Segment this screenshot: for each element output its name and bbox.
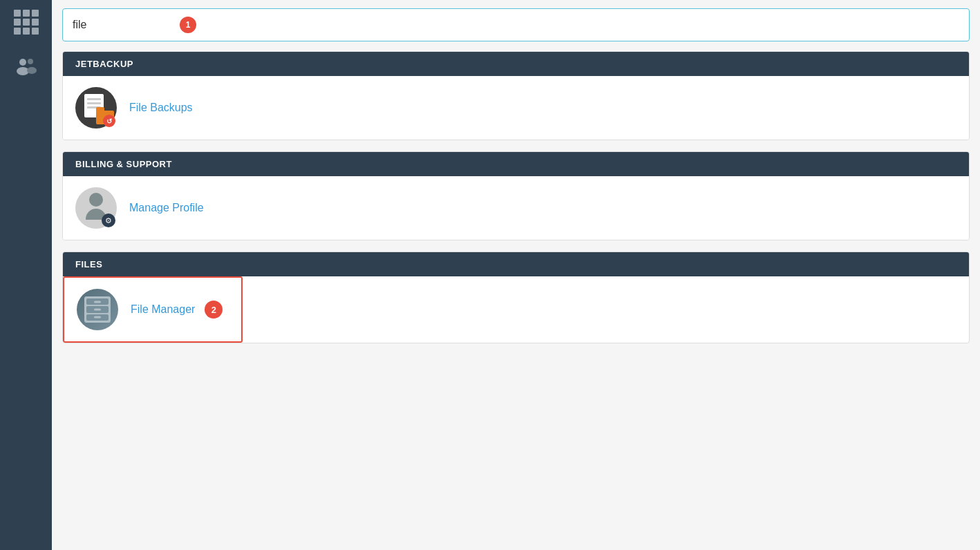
section-header-jetbackup: JETBACKUP	[63, 52, 969, 76]
svg-point-0	[19, 59, 26, 66]
cabinet-icon	[84, 296, 111, 323]
section-billing-support: BILLING & SUPPORT ⚙ Manage Profile	[62, 151, 970, 240]
file-manager-icon	[77, 289, 118, 330]
file-backups-icon: ↺	[75, 87, 117, 129]
users-icon[interactable]	[11, 51, 41, 82]
sidebar	[0, 0, 52, 550]
file-backups-label: File Backups	[129, 102, 193, 114]
file-manager-badge: 2	[205, 301, 223, 319]
person-head	[89, 193, 103, 207]
section-jetbackup: JETBACKUP ↺ File Backups	[62, 51, 970, 140]
cabinet-drawer-3	[86, 314, 109, 321]
gear-badge: ⚙	[102, 214, 115, 227]
search-result-badge: 1	[180, 17, 196, 33]
grid-icon[interactable]	[11, 7, 41, 37]
cabinet-drawer-2	[86, 306, 109, 312]
section-header-files: FILES	[63, 252, 969, 276]
search-container: file 1	[62, 8, 970, 41]
manage-profile-item[interactable]: ⚙ Manage Profile	[63, 176, 969, 240]
users-svg	[14, 54, 39, 79]
file-manager-label: File Manager	[131, 303, 195, 316]
main-content: file 1 JETBACKUP ↺ File Backups BILLING …	[52, 0, 980, 550]
grid-icon-inner	[14, 10, 39, 35]
cabinet-drawer-1	[86, 298, 109, 305]
manage-profile-label: Manage Profile	[129, 202, 204, 214]
section-files: FILES File Manager 2	[62, 252, 970, 343]
file-manager-item[interactable]: File Manager 2	[63, 276, 243, 343]
refresh-badge: ↺	[103, 115, 115, 127]
svg-point-2	[28, 59, 33, 64]
section-header-billing: BILLING & SUPPORT	[63, 152, 969, 176]
search-input[interactable]: file	[62, 8, 970, 41]
manage-profile-icon: ⚙	[75, 187, 117, 229]
svg-point-3	[27, 67, 37, 74]
file-backups-item[interactable]: ↺ File Backups	[63, 76, 969, 140]
